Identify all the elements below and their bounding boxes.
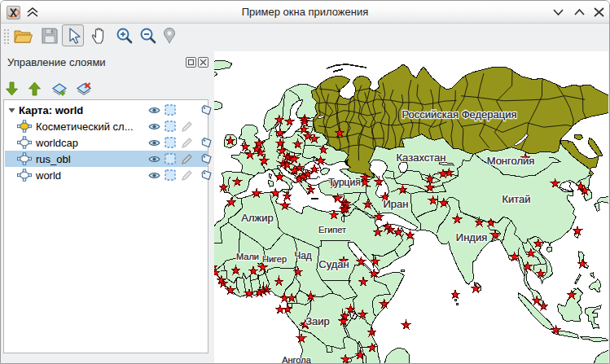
svg-text:Российская Федерация: Российская Федерация xyxy=(402,108,516,121)
svg-text:Ангола: Ангола xyxy=(282,355,311,364)
svg-text:Мали: Мали xyxy=(236,252,259,261)
svg-text:Нигер: Нигер xyxy=(262,254,287,264)
svg-text:Судан: Судан xyxy=(318,258,349,270)
svg-text:Индия: Индия xyxy=(456,231,487,243)
svg-text:Заир: Заир xyxy=(305,315,330,327)
svg-text:Китай: Китай xyxy=(502,193,530,205)
svg-text:Египет: Египет xyxy=(318,225,346,235)
svg-text:Казахстан: Казахстан xyxy=(397,151,446,164)
svg-text:Турция: Турция xyxy=(328,177,360,188)
svg-text:Алжир: Алжир xyxy=(241,212,273,224)
svg-text:Монголия: Монголия xyxy=(487,155,535,167)
svg-text:Чад: Чад xyxy=(294,250,312,261)
svg-text:Иран: Иран xyxy=(384,198,409,210)
